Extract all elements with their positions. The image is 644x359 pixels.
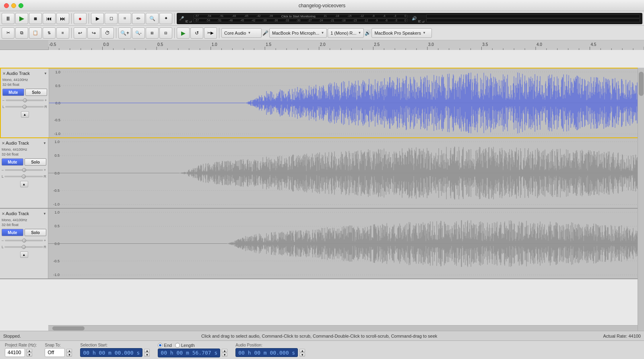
volume-thumb[interactable] <box>22 168 26 172</box>
track-canvas-area[interactable] <box>48 138 644 208</box>
zoom-sel-button[interactable]: ⊞ <box>146 27 159 39</box>
mute-button[interactable]: Mute <box>2 229 23 236</box>
stop-button[interactable]: ■ <box>29 13 42 24</box>
track-canvas-area[interactable] <box>48 209 644 278</box>
vertical-scrollbar[interactable] <box>638 68 644 331</box>
channels-selector[interactable]: 1 (Mono) R... ▼ <box>328 28 364 38</box>
zoom-fit-button[interactable]: ⊟ <box>159 27 172 39</box>
project-rate-spinner[interactable]: ▲ ▼ <box>27 349 32 357</box>
volume-thumb[interactable] <box>23 98 27 102</box>
volume-slider[interactable] <box>6 100 44 101</box>
sel-start-down[interactable]: ▼ <box>144 353 150 357</box>
solo-button[interactable]: Solo <box>25 229 46 236</box>
track-menu-button[interactable]: ▼ <box>44 72 47 75</box>
plus-label: + <box>44 239 46 243</box>
record-button[interactable]: ● <box>74 13 87 24</box>
mic2-icon: 🎤 <box>262 30 268 36</box>
volume-thumb[interactable] <box>22 239 26 243</box>
meter-levels: -57 -54 -51 -48 -45 -42 -39 Click to Sta… <box>194 15 407 22</box>
timer-button[interactable]: ⏱ <box>101 27 114 39</box>
solo-button[interactable]: Solo <box>25 89 47 96</box>
zoom-in-button[interactable]: 🔍+ <box>118 27 131 39</box>
play-button[interactable]: ▶ <box>15 13 28 24</box>
timeline-ruler[interactable] <box>48 40 644 50</box>
collapse-button[interactable]: ▲ <box>20 181 28 187</box>
sel-start-up[interactable]: ▲ <box>144 349 150 353</box>
trim-tool[interactable]: ✂ <box>2 27 14 39</box>
pan-thumb[interactable] <box>22 245 26 249</box>
draw-tool[interactable]: ✏ <box>132 13 145 24</box>
zoom-tool[interactable]: 🔍 <box>146 13 159 24</box>
selection-start-display[interactable]: 00 h 00 m 00.000 s <box>80 348 142 357</box>
mute-button[interactable]: Mute <box>2 89 24 96</box>
close-button[interactable] <box>4 3 9 8</box>
multi-tool[interactable]: ✦ <box>159 13 172 24</box>
minimize-button[interactable] <box>11 3 16 8</box>
snap-display[interactable]: Off <box>45 348 65 357</box>
track-menu-button[interactable]: ▼ <box>43 141 46 145</box>
solo-button[interactable]: Solo <box>25 158 46 166</box>
project-rate-display[interactable]: 44100 <box>5 348 25 357</box>
collapse-button[interactable]: ▲ <box>20 251 28 258</box>
maximize-button[interactable] <box>19 3 23 8</box>
v-scroll-thumb[interactable] <box>639 72 644 96</box>
envelope-tool[interactable]: ⌗ <box>118 13 131 24</box>
play2-button[interactable]: ▶ <box>177 27 190 39</box>
spin-down-button[interactable]: ▼ <box>27 353 32 357</box>
pan-slider[interactable] <box>4 246 43 248</box>
end-display[interactable]: 00 h 00 m 56.707 s <box>158 349 220 357</box>
audio-host-selector[interactable]: Core Audio ▼ <box>221 28 262 38</box>
skip-forward-button[interactable]: ⏭ <box>56 13 69 24</box>
zoom-out-button[interactable]: 🔍- <box>132 27 145 39</box>
tracks-tool[interactable]: ≡ <box>56 27 69 39</box>
meter-bar: 🎤 LR -57 -54 -51 -48 -45 -42 -39 Click t… <box>177 13 642 24</box>
speaker-icon: 🔊 <box>365 30 371 36</box>
loop-button[interactable]: ↺ <box>190 27 203 39</box>
audio-pos-up[interactable]: ▲ <box>299 349 305 353</box>
skip-back-button[interactable]: ⏮ <box>43 13 56 24</box>
pan-slider[interactable] <box>4 176 43 177</box>
horizontal-scrollbar[interactable] <box>48 325 638 331</box>
undo-button[interactable]: ↩ <box>74 27 87 39</box>
pause-button[interactable]: ⏸ <box>2 13 14 24</box>
end-up[interactable]: ▲ <box>222 349 227 353</box>
snap-spin-up[interactable]: ▲ <box>66 349 72 353</box>
track-name: Audio Track <box>6 71 43 76</box>
sync-tool[interactable]: ⇅ <box>43 27 56 39</box>
volume-slider[interactable] <box>5 169 43 171</box>
mute-button[interactable]: Mute <box>2 158 23 166</box>
track-canvas-area[interactable] <box>49 68 643 137</box>
copy-tool[interactable]: ⧉ <box>15 27 28 39</box>
snap-spinner[interactable]: ▲ ▼ <box>66 349 72 357</box>
end-radio[interactable]: End <box>158 343 172 348</box>
select-tool[interactable]: ◻ <box>105 13 118 24</box>
track-close-button[interactable]: ✕ <box>2 141 5 145</box>
pan-thumb[interactable] <box>22 174 26 178</box>
length-radio[interactable]: Length <box>175 343 195 348</box>
cursor-tool[interactable]: ▶ <box>91 13 104 24</box>
speaker-selector[interactable]: MacBook Pro Speakers ▼ <box>372 28 432 38</box>
spin-up-button[interactable]: ▲ <box>27 349 32 353</box>
cut-preview-button[interactable]: ✂▶ <box>204 27 217 39</box>
end-spinner[interactable]: ▲ ▼ <box>222 349 227 357</box>
audio-pos-spinner[interactable]: ▲ ▼ <box>299 349 305 357</box>
h-scroll-thumb[interactable] <box>52 326 85 330</box>
track-menu-button[interactable]: ▼ <box>43 212 46 216</box>
redo-button[interactable]: ↪ <box>87 27 100 39</box>
collapse-button[interactable]: ▲ <box>21 111 29 118</box>
audio-position-display[interactable]: 00 h 00 m 00.000 s <box>235 348 298 357</box>
mic-device-selector[interactable]: MacBook Pro Microph... ▼ <box>269 28 327 38</box>
sel-start-spinner[interactable]: ▲ ▼ <box>144 349 150 357</box>
track-close-button[interactable]: ✕ <box>2 212 5 216</box>
audio-pos-down[interactable]: ▼ <box>299 353 305 357</box>
volume-slider[interactable] <box>5 240 43 241</box>
paste-tool[interactable]: 📋 <box>29 27 42 39</box>
end-down[interactable]: ▼ <box>222 353 227 357</box>
pan-thumb[interactable] <box>23 105 27 109</box>
project-rate-section: Project Rate (Hz): 44100 ▲ ▼ <box>5 343 37 357</box>
pan-slider[interactable] <box>5 106 43 108</box>
chevron-down-icon: ▼ <box>248 31 251 35</box>
track-close-button[interactable]: ✕ <box>2 71 6 76</box>
snap-spin-down[interactable]: ▼ <box>66 353 72 357</box>
plus-label: + <box>45 98 47 102</box>
